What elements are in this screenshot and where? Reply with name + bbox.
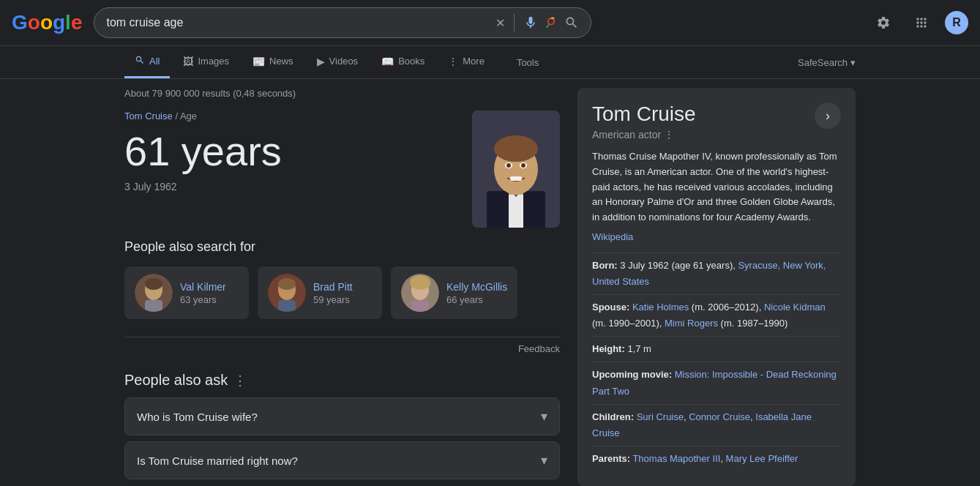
paa-question-1-text: Who is Tom Cruise wife? — [137, 411, 258, 423]
kp-spouse-nicole-dates: (m. 1990–2001), — [592, 318, 665, 329]
kp-subtitle-text: American actor — [592, 129, 661, 141]
svg-point-7 — [494, 135, 538, 162]
tab-books-label: Books — [398, 56, 424, 67]
kp-spouse-nicole-link[interactable]: Nicole Kidman — [764, 302, 826, 313]
safesearch-control[interactable]: SafeSearch ▾ — [798, 48, 856, 77]
user-avatar[interactable]: R — [945, 11, 968, 34]
tab-images[interactable]: 🖼 Images — [173, 47, 239, 78]
kelly-mcgillis-name: Kelly McGillis — [446, 281, 507, 293]
voice-search-button[interactable] — [523, 15, 538, 30]
people-cards: Val Kilmer 63 years Brad Pit — [124, 266, 560, 319]
right-panel: Tom Cruise American actor ⋮ › Thomas Cru… — [577, 88, 856, 486]
kp-child-suri-link[interactable]: Suri Cruise — [637, 411, 684, 422]
subject-portrait-svg — [472, 111, 560, 228]
kp-children-row: Children: Suri Cruise, Connor Cruise, Is… — [592, 404, 841, 446]
kp-upcoming-label: Upcoming movie: — [592, 369, 672, 380]
left-column: About 79 900 000 results (0,48 seconds) — [124, 88, 560, 486]
kp-wikipedia-link[interactable]: Wikipedia — [592, 231, 841, 242]
header: Google ✕ R — [0, 0, 980, 46]
books-icon: 📖 — [381, 56, 394, 67]
tab-images-label: Images — [198, 56, 229, 67]
clear-button[interactable]: ✕ — [495, 16, 505, 30]
tab-all[interactable]: All — [124, 46, 170, 78]
kp-height-row: Height: 1,7 m — [592, 336, 841, 362]
answer-box: Tom Cruise / Age 61 years 3 July 1962 — [124, 111, 560, 192]
tab-more[interactable]: ⋮ More — [438, 47, 495, 78]
val-kilmer-info: Val Kilmer 63 years — [180, 281, 226, 305]
tab-news[interactable]: 📰 News — [242, 47, 304, 78]
kp-child-connor-link[interactable]: Connor Cruise — [689, 411, 750, 422]
kp-header: Tom Cruise American actor ⋮ › — [592, 102, 841, 141]
tab-books[interactable]: 📖 Books — [371, 47, 435, 78]
brad-pitt-name: Brad Pitt — [313, 281, 353, 293]
person-card-kelly-mcgillis[interactable]: Kelly McGillis 66 years — [391, 266, 517, 319]
tab-all-label: All — [149, 56, 160, 67]
svg-rect-20 — [278, 300, 296, 312]
kp-parent-thomas-link[interactable]: Thomas Mapother III — [632, 453, 720, 464]
tab-videos[interactable]: ▶ Videos — [307, 47, 369, 78]
subject-photo — [472, 111, 560, 228]
kp-parent-mary-link[interactable]: Mary Lee Pfeiffer — [726, 453, 798, 464]
people-also-ask-section: People also ask ⋮ Who is Tom Cruise wife… — [124, 372, 560, 479]
kp-next-button[interactable]: › — [815, 102, 841, 129]
kp-description: Thomas Cruise Mapother IV, known profess… — [592, 149, 841, 225]
val-kilmer-name: Val Kilmer — [180, 281, 226, 293]
svg-point-19 — [278, 278, 296, 290]
kp-spouse-mimi-dates: (m. 1987–1990) — [721, 318, 788, 329]
feedback-button[interactable]: Feedback — [518, 343, 560, 354]
kp-spouse-label: Spouse: — [592, 302, 629, 313]
results-count: About 79 900 000 results (0,48 seconds) — [124, 88, 560, 99]
kp-born-label: Born: — [592, 260, 618, 271]
kp-spouse-katie-link[interactable]: Katie Holmes — [632, 302, 689, 313]
safesearch-label: SafeSearch — [798, 57, 848, 68]
paa-question-1[interactable]: Who is Tom Cruise wife? ▾ — [125, 398, 559, 435]
settings-button[interactable] — [869, 8, 898, 37]
paa-chevron-1-icon: ▾ — [541, 408, 547, 425]
lens-button[interactable] — [544, 15, 558, 30]
person-card-brad-pitt[interactable]: Brad Pitt 59 years — [258, 266, 382, 319]
kp-born-location-link[interactable]: Syracuse, New York, — [738, 260, 826, 271]
paa-title-row: People also ask ⋮ — [124, 372, 560, 389]
apps-button[interactable] — [907, 8, 936, 37]
feedback-row: Feedback — [124, 337, 560, 360]
tab-more-label: More — [463, 56, 485, 67]
knowledge-panel: Tom Cruise American actor ⋮ › Thomas Cru… — [577, 88, 856, 486]
videos-icon: ▶ — [317, 56, 325, 67]
svg-rect-24 — [411, 300, 429, 312]
google-logo[interactable]: Google — [12, 11, 82, 34]
tools-button[interactable]: Tools — [506, 48, 549, 77]
kp-upcoming-row: Upcoming movie: Mission: Impossible - De… — [592, 362, 841, 403]
person-card-val-kilmer[interactable]: Val Kilmer 63 years — [124, 266, 249, 319]
brad-pitt-avatar — [268, 274, 306, 312]
subject-photo-container — [472, 111, 560, 228]
paa-chevron-2-icon: ▾ — [541, 452, 547, 468]
paa-item-1: Who is Tom Cruise wife? ▾ — [124, 397, 560, 435]
kp-parents-value: Thomas Mapother III, Mary Lee Pfeiffer — [632, 453, 798, 464]
svg-point-23 — [410, 275, 430, 290]
safesearch-chevron-icon: ▾ — [850, 57, 856, 68]
search-submit-button[interactable] — [564, 15, 579, 30]
people-also-search-section: People also search for Val Kilmer 63 yea… — [124, 239, 560, 319]
nav-tabs: All 🖼 Images 📰 News ▶ Videos 📖 Books ⋮ M… — [0, 46, 980, 79]
kp-subtitle: American actor ⋮ — [592, 129, 696, 141]
breadcrumb-current: Age — [180, 111, 197, 122]
paa-more-icon[interactable]: ⋮ — [233, 373, 247, 389]
paa-item-2: Is Tom Cruise married right now? ▾ — [124, 441, 560, 479]
images-icon: 🖼 — [183, 56, 193, 67]
svg-rect-12 — [510, 176, 522, 181]
svg-point-0 — [548, 18, 554, 24]
kp-born-country-link[interactable]: United States — [592, 276, 649, 287]
breadcrumb-link[interactable]: Tom Cruise — [124, 111, 173, 122]
tab-videos-label: Videos — [329, 56, 359, 67]
people-also-search-title: People also search for — [124, 239, 560, 255]
paa-question-2[interactable]: Is Tom Cruise married right now? ▾ — [125, 442, 559, 479]
kp-children-label: Children: — [592, 411, 634, 422]
kp-height-number: 1,7 m — [627, 343, 651, 354]
kp-height-label: Height: — [592, 343, 625, 354]
kp-options-icon[interactable]: ⋮ — [664, 129, 674, 141]
kelly-mcgillis-avatar — [401, 274, 439, 312]
kp-spouse-row: Spouse: Katie Holmes (m. 2006–2012), Nic… — [592, 294, 841, 336]
tab-news-label: News — [269, 56, 293, 67]
kp-spouse-mimi-link[interactable]: Mimi Rogers — [665, 318, 718, 329]
search-input[interactable] — [106, 16, 490, 29]
